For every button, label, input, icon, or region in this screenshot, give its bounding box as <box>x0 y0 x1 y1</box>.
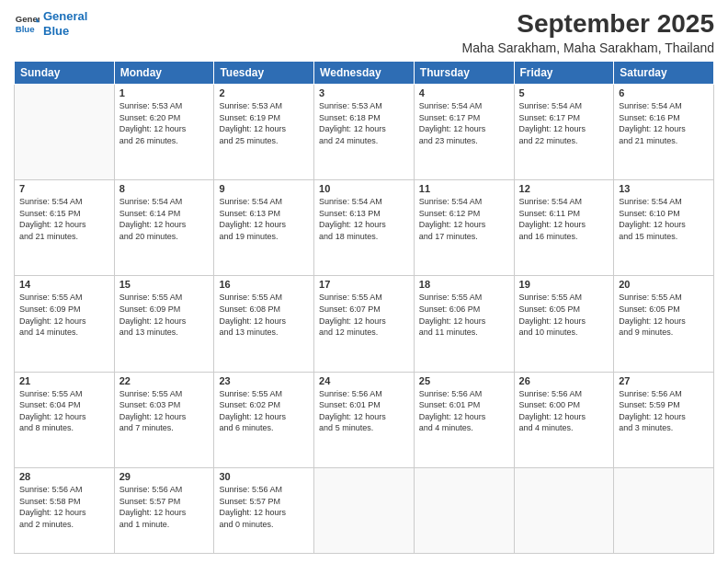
calendar-week-row: 28Sunrise: 5:56 AM Sunset: 5:58 PM Dayli… <box>15 467 714 553</box>
day-number: 5 <box>519 87 609 98</box>
col-header-friday: Friday <box>514 62 614 85</box>
day-number: 30 <box>219 471 309 482</box>
calendar-cell: 21Sunrise: 5:55 AM Sunset: 6:04 PM Dayli… <box>15 372 115 467</box>
day-info: Sunrise: 5:55 AM Sunset: 6:05 PM Dayligh… <box>619 292 709 338</box>
day-info: Sunrise: 5:53 AM Sunset: 6:19 PM Dayligh… <box>219 100 309 146</box>
calendar-cell <box>15 85 115 180</box>
day-number: 10 <box>319 183 409 194</box>
day-number: 24 <box>319 375 409 386</box>
calendar-cell: 20Sunrise: 5:55 AM Sunset: 6:05 PM Dayli… <box>614 276 714 372</box>
day-number: 11 <box>419 183 509 194</box>
calendar-cell: 19Sunrise: 5:55 AM Sunset: 6:05 PM Dayli… <box>514 276 614 372</box>
day-info: Sunrise: 5:55 AM Sunset: 6:06 PM Dayligh… <box>419 292 509 338</box>
col-header-thursday: Thursday <box>414 62 514 85</box>
day-info: Sunrise: 5:54 AM Sunset: 6:15 PM Dayligh… <box>19 196 109 242</box>
calendar-cell: 7Sunrise: 5:54 AM Sunset: 6:15 PM Daylig… <box>15 180 115 276</box>
day-number: 18 <box>419 279 509 290</box>
day-number: 19 <box>519 279 609 290</box>
calendar-cell <box>514 467 614 553</box>
day-info: Sunrise: 5:55 AM Sunset: 6:09 PM Dayligh… <box>19 292 109 338</box>
logo: General Blue General Blue <box>14 9 87 38</box>
col-header-wednesday: Wednesday <box>314 62 415 85</box>
calendar-cell: 23Sunrise: 5:55 AM Sunset: 6:02 PM Dayli… <box>214 372 314 467</box>
calendar-cell: 27Sunrise: 5:56 AM Sunset: 5:59 PM Dayli… <box>614 372 714 467</box>
day-number: 7 <box>19 183 109 194</box>
calendar-cell: 17Sunrise: 5:55 AM Sunset: 6:07 PM Dayli… <box>314 276 415 372</box>
logo-icon: General Blue <box>14 11 40 37</box>
calendar-cell: 10Sunrise: 5:54 AM Sunset: 6:13 PM Dayli… <box>314 180 415 276</box>
day-info: Sunrise: 5:54 AM Sunset: 6:16 PM Dayligh… <box>619 100 709 146</box>
day-info: Sunrise: 5:54 AM Sunset: 6:12 PM Dayligh… <box>419 196 509 242</box>
title-block: September 2025 Maha Sarakham, Maha Sarak… <box>462 9 714 55</box>
svg-text:Blue: Blue <box>16 23 35 33</box>
calendar-cell: 30Sunrise: 5:56 AM Sunset: 5:57 PM Dayli… <box>214 467 314 553</box>
day-number: 21 <box>19 375 109 386</box>
calendar-cell: 24Sunrise: 5:56 AM Sunset: 6:01 PM Dayli… <box>314 372 415 467</box>
page: General Blue General Blue September 2025… <box>0 0 728 563</box>
calendar-cell: 16Sunrise: 5:55 AM Sunset: 6:08 PM Dayli… <box>214 276 314 372</box>
calendar-cell: 9Sunrise: 5:54 AM Sunset: 6:13 PM Daylig… <box>214 180 314 276</box>
day-number: 26 <box>519 375 609 386</box>
calendar-cell: 15Sunrise: 5:55 AM Sunset: 6:09 PM Dayli… <box>114 276 214 372</box>
day-info: Sunrise: 5:56 AM Sunset: 6:00 PM Dayligh… <box>519 388 609 434</box>
col-header-saturday: Saturday <box>614 62 714 85</box>
calendar-cell: 29Sunrise: 5:56 AM Sunset: 5:57 PM Dayli… <box>114 467 214 553</box>
calendar-header-row: SundayMondayTuesdayWednesdayThursdayFrid… <box>15 62 714 85</box>
calendar-cell <box>314 467 415 553</box>
day-info: Sunrise: 5:55 AM Sunset: 6:03 PM Dayligh… <box>119 388 210 434</box>
calendar-cell: 28Sunrise: 5:56 AM Sunset: 5:58 PM Dayli… <box>15 467 115 553</box>
day-info: Sunrise: 5:56 AM Sunset: 5:59 PM Dayligh… <box>619 388 709 434</box>
day-info: Sunrise: 5:55 AM Sunset: 6:05 PM Dayligh… <box>519 292 609 338</box>
day-number: 12 <box>519 183 609 194</box>
day-info: Sunrise: 5:55 AM Sunset: 6:02 PM Dayligh… <box>219 388 309 434</box>
day-number: 8 <box>119 183 210 194</box>
day-info: Sunrise: 5:56 AM Sunset: 5:57 PM Dayligh… <box>219 484 309 530</box>
day-number: 3 <box>319 87 409 98</box>
day-info: Sunrise: 5:56 AM Sunset: 6:01 PM Dayligh… <box>419 388 509 434</box>
day-info: Sunrise: 5:54 AM Sunset: 6:11 PM Dayligh… <box>519 196 609 242</box>
calendar-week-row: 7Sunrise: 5:54 AM Sunset: 6:15 PM Daylig… <box>15 180 714 276</box>
day-number: 27 <box>619 375 709 386</box>
calendar-cell: 5Sunrise: 5:54 AM Sunset: 6:17 PM Daylig… <box>514 85 614 180</box>
calendar-cell <box>414 467 514 553</box>
header: General Blue General Blue September 2025… <box>14 9 714 55</box>
calendar-table: SundayMondayTuesdayWednesdayThursdayFrid… <box>14 61 714 554</box>
day-info: Sunrise: 5:54 AM Sunset: 6:13 PM Dayligh… <box>319 196 409 242</box>
day-number: 14 <box>19 279 109 290</box>
calendar-cell: 8Sunrise: 5:54 AM Sunset: 6:14 PM Daylig… <box>114 180 214 276</box>
day-number: 16 <box>219 279 309 290</box>
day-info: Sunrise: 5:55 AM Sunset: 6:07 PM Dayligh… <box>319 292 409 338</box>
col-header-monday: Monday <box>114 62 214 85</box>
calendar-cell: 2Sunrise: 5:53 AM Sunset: 6:19 PM Daylig… <box>214 85 314 180</box>
logo-text: General Blue <box>43 9 87 38</box>
day-number: 2 <box>219 87 309 98</box>
calendar-cell: 13Sunrise: 5:54 AM Sunset: 6:10 PM Dayli… <box>614 180 714 276</box>
day-info: Sunrise: 5:56 AM Sunset: 6:01 PM Dayligh… <box>319 388 409 434</box>
day-number: 6 <box>619 87 709 98</box>
day-number: 28 <box>19 471 109 482</box>
day-number: 22 <box>119 375 210 386</box>
col-header-tuesday: Tuesday <box>214 62 314 85</box>
col-header-sunday: Sunday <box>15 62 115 85</box>
day-info: Sunrise: 5:53 AM Sunset: 6:18 PM Dayligh… <box>319 100 409 146</box>
calendar-cell: 18Sunrise: 5:55 AM Sunset: 6:06 PM Dayli… <box>414 276 514 372</box>
day-number: 1 <box>119 87 210 98</box>
day-info: Sunrise: 5:55 AM Sunset: 6:04 PM Dayligh… <box>19 388 109 434</box>
calendar-week-row: 1Sunrise: 5:53 AM Sunset: 6:20 PM Daylig… <box>15 85 714 180</box>
day-number: 23 <box>219 375 309 386</box>
day-info: Sunrise: 5:54 AM Sunset: 6:13 PM Dayligh… <box>219 196 309 242</box>
day-info: Sunrise: 5:54 AM Sunset: 6:17 PM Dayligh… <box>519 100 609 146</box>
day-info: Sunrise: 5:55 AM Sunset: 6:09 PM Dayligh… <box>119 292 210 338</box>
subtitle: Maha Sarakham, Maha Sarakham, Thailand <box>462 40 714 55</box>
calendar-cell <box>614 467 714 553</box>
day-info: Sunrise: 5:56 AM Sunset: 5:57 PM Dayligh… <box>119 484 210 530</box>
month-title: September 2025 <box>462 9 714 39</box>
calendar-week-row: 14Sunrise: 5:55 AM Sunset: 6:09 PM Dayli… <box>15 276 714 372</box>
day-number: 4 <box>419 87 509 98</box>
calendar-cell: 1Sunrise: 5:53 AM Sunset: 6:20 PM Daylig… <box>114 85 214 180</box>
day-number: 9 <box>219 183 309 194</box>
calendar-cell: 4Sunrise: 5:54 AM Sunset: 6:17 PM Daylig… <box>414 85 514 180</box>
day-number: 13 <box>619 183 709 194</box>
calendar-cell: 11Sunrise: 5:54 AM Sunset: 6:12 PM Dayli… <box>414 180 514 276</box>
day-info: Sunrise: 5:53 AM Sunset: 6:20 PM Dayligh… <box>119 100 210 146</box>
